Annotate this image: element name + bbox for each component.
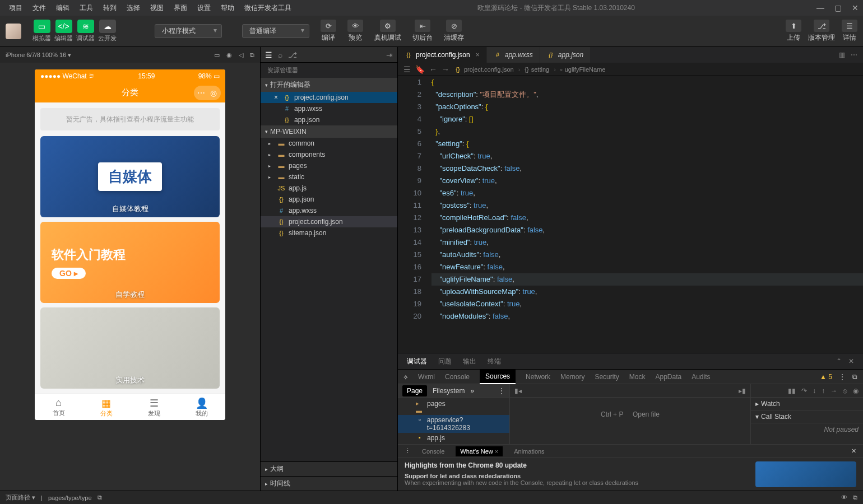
compile-dropdown[interactable]: 普通编译 [242, 24, 309, 38]
drawer-tab-Console[interactable]: Console [422, 448, 444, 455]
more-tabs-icon[interactable]: » [470, 387, 474, 395]
category-card-software[interactable]: 软件入门教程 GO ▸ 自学教程 [40, 222, 220, 303]
drawer-tab-What's New[interactable]: What's New × [456, 446, 503, 456]
watch-section[interactable]: ▸ Watch [751, 398, 863, 410]
devtools-tab-Audits[interactable]: Audits [692, 370, 710, 384]
step-out-icon[interactable]: ↑ [822, 387, 825, 395]
toggle-panel-icon[interactable]: ☰ [403, 65, 411, 74]
dbg-tab-输出[interactable]: 输出 [463, 357, 476, 366]
version-button[interactable]: ⎇版本管理 [808, 20, 835, 43]
editor-tab-app.json[interactable]: {}app.json [540, 47, 591, 63]
open-editor-item[interactable]: ×{}project.config.json [261, 92, 397, 103]
deactivate-bp-icon[interactable]: ⦸ [843, 387, 847, 395]
step-icon[interactable]: → [830, 387, 837, 395]
sidebar-toggle2-icon[interactable]: ▸▮ [739, 387, 746, 395]
inspect-icon[interactable]: ⟡ [403, 373, 408, 381]
dock-icon[interactable]: ⧉ [852, 373, 857, 381]
device-selector[interactable]: iPhone 6/7/8 100% 16 ▾ [6, 52, 71, 59]
devtools-tab-Memory[interactable]: Memory [560, 370, 584, 384]
drawer-tab-Animations[interactable]: Animations [514, 448, 544, 455]
phone-tab-我的[interactable]: 👤我的 [178, 394, 225, 420]
devtools-tab-Network[interactable]: Network [526, 370, 550, 384]
split-editor-icon[interactable]: ▥ [839, 51, 845, 59]
step-over-icon[interactable]: ↷ [801, 387, 807, 395]
background-button[interactable]: ⇤切后台 [412, 20, 433, 43]
devtools-tab-Wxml[interactable]: Wxml [418, 370, 435, 384]
upload-button[interactable]: ⬆上传 [786, 20, 801, 43]
phone-preview[interactable]: ●●●●● WeChat ⚞15:5998% ▭ 分类 ⋯◎ 暂无广告，具体指引… [35, 69, 225, 420]
dbg-tab-终端[interactable]: 终端 [488, 357, 501, 366]
menu-界面[interactable]: 界面 [169, 1, 192, 15]
explorer-icon[interactable]: ☰ [265, 50, 272, 59]
bookmark-icon[interactable]: 🔖 [415, 65, 425, 74]
sidebar-toggle-icon[interactable]: ▮◂ [514, 387, 522, 395]
page-path-label[interactable]: 页面路径 ▾ [6, 493, 35, 502]
popout-icon[interactable]: ⧉ [250, 52, 254, 59]
open-editors-header[interactable]: 打开的编辑器 [261, 78, 397, 92]
open-editor-item[interactable]: {}app.json [261, 114, 397, 125]
capsule-button[interactable]: ⋯◎ [194, 86, 221, 100]
record-icon[interactable]: ◉ [226, 52, 232, 59]
devtools-tab-Sources[interactable]: Sources [480, 370, 516, 384]
menu-文件[interactable]: 文件 [28, 1, 50, 15]
src-item-appservice?t=1614326283[interactable]: ▫appservice?t=1614326283 [398, 415, 509, 433]
search-icon[interactable]: ⌕ [278, 50, 282, 59]
breadcrumb-key2[interactable]: ▫ uglifyFileName [560, 66, 606, 73]
menu-项目[interactable]: 项目 [4, 1, 27, 15]
collapse-icon[interactable]: ⇥ [386, 50, 393, 59]
detail-button[interactable]: ☰详情 [842, 20, 857, 43]
step-into-icon[interactable]: ↓ [813, 387, 816, 395]
dbg-close-icon[interactable]: ✕ [848, 357, 854, 365]
branch-icon[interactable]: ⎇ [288, 50, 297, 59]
filesystem-tab[interactable]: Filesystem [433, 387, 465, 395]
debugger-toggle[interactable]: ≋调试器 [76, 20, 95, 43]
tree-item-common[interactable]: ▸▬common [261, 138, 397, 149]
devtools-tab-Console[interactable]: Console [445, 370, 470, 384]
drawer-kebab-icon[interactable]: ⋮ [405, 447, 411, 455]
editor-tab-app.wxss[interactable]: #app.wxss [487, 47, 540, 63]
menu-转到[interactable]: 转到 [99, 1, 121, 15]
mute-icon[interactable]: ◁ [239, 52, 243, 59]
phone-tab-首页[interactable]: ⌂首页 [35, 394, 82, 420]
open-editor-item[interactable]: #app.wxss [261, 103, 397, 114]
phone-tab-发现[interactable]: ☰发现 [130, 394, 178, 420]
breadcrumb-key1[interactable]: {} setting [525, 66, 549, 73]
devtools-kebab-icon[interactable]: ⋮ [839, 373, 846, 381]
user-avatar[interactable] [6, 24, 21, 39]
preview-button[interactable]: 👁预览 [347, 20, 363, 43]
category-card-practical[interactable]: 实用技术 [40, 307, 220, 389]
menu-帮助[interactable]: 帮助 [216, 1, 239, 15]
devtools-tab-Mock[interactable]: Mock [629, 370, 646, 384]
dbg-expand-icon[interactable]: ⌃ [836, 357, 842, 365]
eye-icon[interactable]: 👁 [841, 494, 847, 501]
warning-badge[interactable]: ▲ 5 [820, 373, 832, 381]
more-icon[interactable]: ⋯ [851, 51, 857, 59]
copy-path-icon[interactable]: ⧉ [98, 494, 102, 501]
editor-tab-project.config.json[interactable]: {}project.config.json× [398, 47, 487, 63]
tree-item-sitemap.json[interactable]: {}sitemap.json [261, 227, 397, 239]
src-item-app.js[interactable]: ▪app.js [398, 433, 509, 443]
tree-item-app.wxss[interactable]: #app.wxss [261, 205, 397, 216]
menu-视图[interactable]: 视图 [146, 1, 168, 15]
devtools-tab-Security[interactable]: Security [595, 370, 619, 384]
device-icon[interactable]: ▭ [214, 52, 220, 59]
phone-tab-分类[interactable]: ▦分类 [82, 394, 130, 420]
tree-item-app.json[interactable]: {}app.json [261, 194, 397, 205]
dbg-tab-问题[interactable]: 问题 [438, 357, 452, 366]
clear-cache-button[interactable]: ⊘清缓存 [444, 20, 464, 43]
maximize-button[interactable]: ▢ [834, 3, 842, 12]
kebab-icon[interactable]: ⋮ [498, 387, 505, 395]
popout-status-icon[interactable]: ⧉ [853, 494, 857, 501]
drawer-close-icon[interactable]: ✕ [851, 447, 856, 455]
editor-toggle[interactable]: </>编辑器 [54, 20, 73, 43]
simulator-toggle[interactable]: ▭模拟器 [33, 20, 51, 43]
callstack-section[interactable]: ▾ Call Stack [751, 410, 863, 423]
close-button[interactable]: ✕ [852, 3, 859, 12]
menu-工具[interactable]: 工具 [75, 1, 98, 15]
cloud-dev-button[interactable]: ☁云开发 [98, 20, 117, 43]
remote-debug-button[interactable]: ⚙真机调试 [374, 20, 401, 43]
outline-section[interactable]: 大纲 [261, 461, 397, 476]
code-editor[interactable]: 1234567891011121314151617181920 { "descr… [398, 76, 863, 353]
menu-选择[interactable]: 选择 [122, 1, 145, 15]
tree-item-app.js[interactable]: JSapp.js [261, 183, 397, 194]
